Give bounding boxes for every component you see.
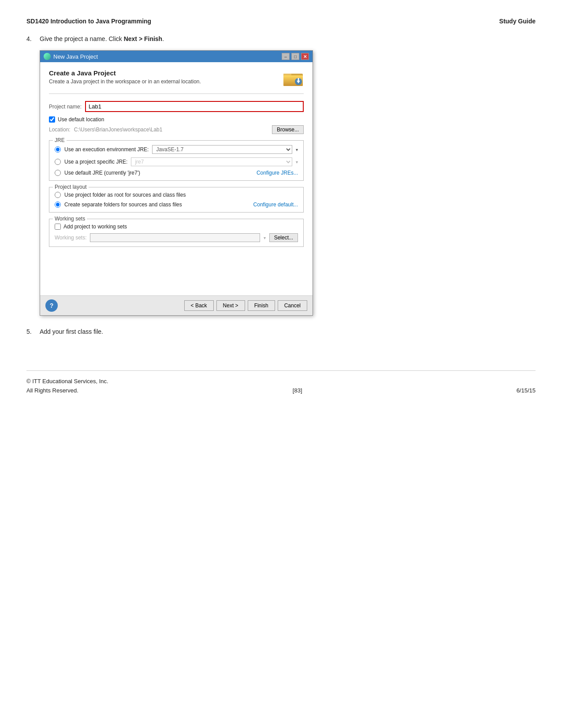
folder-icon xyxy=(283,69,304,88)
jre-execution-radio[interactable] xyxy=(55,146,61,153)
page-footer: © ITT Educational Services, Inc. All Rig… xyxy=(26,370,536,394)
project-name-label: Project name: xyxy=(49,104,82,110)
chevron-down-icon-3: ▾ xyxy=(264,235,266,240)
layout-single-label: Use project folder as root for sources a… xyxy=(64,192,186,198)
finish-button[interactable]: Finish xyxy=(248,300,275,311)
working-sets-section: Working sets Add project to working sets… xyxy=(49,219,304,247)
page-header: SD1420 Introduction to Java Programming … xyxy=(26,18,536,25)
working-sets-input-row: Working sets: ▾ Select... xyxy=(55,233,298,242)
location-value: C:\Users\BrianJones\workspace\Lab1 xyxy=(74,127,268,133)
jre-section: JRE Use an execution environment JRE: Ja… xyxy=(49,140,304,181)
page-title: SD1420 Introduction to Java Programming xyxy=(26,18,151,25)
working-sets-input[interactable] xyxy=(90,233,260,242)
chevron-down-icon: ▾ xyxy=(296,147,298,152)
jre-specific-radio[interactable] xyxy=(55,159,61,165)
layout-legend: Project layout xyxy=(53,184,89,190)
dialog-header-section: Create a Java Project Create a Java proj… xyxy=(49,69,304,94)
footer-left: All Rights Reserved. xyxy=(26,387,78,394)
browse-button[interactable]: Browse... xyxy=(272,125,304,134)
dialog-titlebar-controls: – □ ✕ xyxy=(282,53,309,60)
svg-rect-6 xyxy=(298,78,299,81)
dialog-description: Create a Java project in the workspace o… xyxy=(49,78,201,85)
layout-single-radio[interactable] xyxy=(55,192,61,198)
step-5: 5. Add your first class file. xyxy=(26,328,536,335)
help-button[interactable]: ? xyxy=(45,299,58,312)
configure-default-link[interactable]: Configure default... xyxy=(253,202,298,208)
dialog-header-text: Create a Java Project Create a Java proj… xyxy=(49,69,201,85)
jre-specific-dropdown[interactable]: jre7 xyxy=(131,157,292,166)
dialog-heading: Create a Java Project xyxy=(49,69,201,77)
step-4-number: 4. xyxy=(26,35,35,42)
jre-specific-label: Use a project specific JRE: xyxy=(64,159,127,165)
step-4-bold: Next > Finish xyxy=(124,35,163,42)
study-guide-label: Study Guide xyxy=(499,18,536,25)
project-layout-section: Project layout Use project folder as roo… xyxy=(49,187,304,213)
step-5-number: 5. xyxy=(26,328,35,335)
maximize-button[interactable]: □ xyxy=(291,53,299,60)
working-sets-legend: Working sets xyxy=(53,216,87,222)
layout-option-separate: Create separate folders for sources and … xyxy=(55,202,298,208)
cancel-button[interactable]: Cancel xyxy=(278,300,307,311)
step-5-text: Add your first class file. xyxy=(40,328,103,335)
layout-separate-radio[interactable] xyxy=(55,202,61,208)
use-default-location-row: Use default location xyxy=(49,116,304,123)
jre-option-default: Use default JRE (currently 'jre7') Confi… xyxy=(55,170,298,176)
working-sets-label: Working sets: xyxy=(55,235,86,241)
step-4: 4. Give the project a name. Click Next >… xyxy=(26,35,536,42)
project-name-input[interactable] xyxy=(85,101,304,112)
dialog-spacer xyxy=(49,253,304,288)
jre-default-label: Use default JRE (currently 'jre7') xyxy=(64,170,140,176)
configure-jres-link[interactable]: Configure JREs... xyxy=(257,170,298,176)
chevron-down-icon-2: ▾ xyxy=(296,160,298,164)
add-working-sets-row: Add project to working sets xyxy=(55,224,298,230)
dialog-titlebar-left: New Java Project xyxy=(44,53,98,60)
jre-option-execution: Use an execution environment JRE: JavaSE… xyxy=(55,145,298,154)
footer-right: 6/15/15 xyxy=(517,387,536,394)
dialog-body: Create a Java Project Create a Java proj… xyxy=(40,62,313,295)
jre-legend: JRE xyxy=(53,137,67,143)
new-java-project-dialog: New Java Project – □ ✕ Create a Java Pro… xyxy=(40,50,313,316)
select-button[interactable]: Select... xyxy=(269,233,298,242)
add-working-sets-checkbox[interactable] xyxy=(55,224,61,230)
footer-center: [83] xyxy=(293,387,302,394)
use-default-location-checkbox[interactable] xyxy=(49,116,55,123)
location-row: Location: C:\Users\BrianJones\workspace\… xyxy=(49,125,304,134)
layout-separate-label: Create separate folders for sources and … xyxy=(64,202,182,208)
dialog-titlebar: New Java Project – □ ✕ xyxy=(40,51,313,62)
layout-option-single: Use project folder as root for sources a… xyxy=(55,192,298,198)
jre-option-specific: Use a project specific JRE: jre7 ▾ xyxy=(55,157,298,166)
next-button[interactable]: Next > xyxy=(216,300,245,311)
dialog-footer: ? < Back Next > Finish Cancel xyxy=(40,295,313,315)
footer-row: All Rights Reserved. [83] 6/15/15 xyxy=(26,387,536,394)
eclipse-icon xyxy=(44,53,51,60)
project-name-row: Project name: xyxy=(49,101,304,112)
jre-execution-dropdown[interactable]: JavaSE-1.7 xyxy=(152,145,292,154)
jre-default-radio[interactable] xyxy=(55,170,61,176)
jre-execution-label: Use an execution environment JRE: xyxy=(64,146,149,153)
location-label: Location: xyxy=(49,127,71,133)
use-default-location-label: Use default location xyxy=(58,116,104,123)
step-4-text: Give the project a name. Click Next > Fi… xyxy=(40,35,164,42)
close-button[interactable]: ✕ xyxy=(301,53,309,60)
dialog-title-text: New Java Project xyxy=(53,53,98,60)
minimize-button[interactable]: – xyxy=(282,53,290,60)
back-button[interactable]: < Back xyxy=(184,300,214,311)
add-working-sets-label: Add project to working sets xyxy=(63,224,127,230)
footer-copyright: © ITT Educational Services, Inc. xyxy=(26,378,536,385)
